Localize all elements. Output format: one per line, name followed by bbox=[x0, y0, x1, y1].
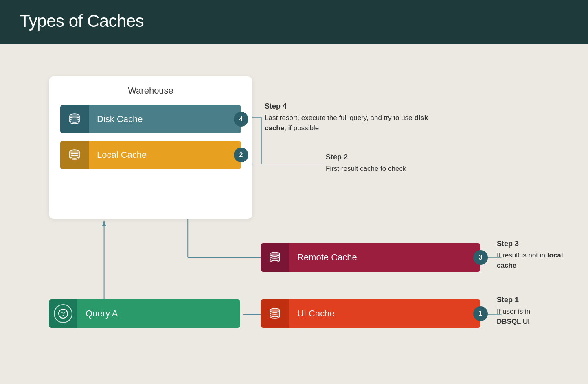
step2-title: Step 2 bbox=[326, 152, 406, 162]
remote-cache-icon bbox=[261, 243, 289, 272]
page-title: Types of Caches bbox=[20, 11, 568, 31]
ui-cache-number: 1 bbox=[473, 306, 488, 321]
step4-text: Last resort, execute the full query, and… bbox=[265, 114, 428, 132]
disk-cache-item: Disk Cache 4 bbox=[60, 105, 241, 133]
query-label: Query A bbox=[77, 308, 118, 319]
step3-desc: Step 3 If result is not in local cache bbox=[497, 238, 564, 271]
step1-desc: Step 1 If user is inDBSQL UI bbox=[497, 295, 530, 327]
ui-cache-label: UI Cache bbox=[289, 308, 335, 319]
query-box: ? Query A bbox=[49, 299, 240, 328]
local-cache-number: 2 bbox=[234, 148, 248, 162]
main-content: Warehouse Disk Cache 4 bbox=[0, 44, 588, 384]
ui-cache-main: UI Cache bbox=[289, 299, 480, 328]
svg-text:?: ? bbox=[61, 310, 65, 317]
step4-desc: Step 4 Last resort, execute the full que… bbox=[265, 101, 436, 133]
svg-marker-11 bbox=[102, 220, 106, 226]
remote-cache-label: Remote Cache bbox=[289, 252, 357, 263]
step2-desc: Step 2 First result cache to check bbox=[326, 152, 406, 174]
local-cache-label: Local Cache bbox=[89, 150, 241, 160]
remote-cache-main: Remote Cache bbox=[289, 243, 480, 272]
step3-title: Step 3 bbox=[497, 238, 564, 249]
step1-title: Step 1 bbox=[497, 295, 530, 305]
warehouse-box: Warehouse Disk Cache 4 bbox=[49, 76, 252, 219]
ui-cache-box: UI Cache 1 bbox=[261, 299, 480, 328]
diagram: Warehouse Disk Cache 4 bbox=[24, 64, 564, 373]
ui-cache-icon bbox=[261, 299, 289, 328]
query-main: Query A bbox=[77, 299, 240, 328]
warehouse-label: Warehouse bbox=[49, 76, 252, 96]
remote-cache-box: Remote Cache 3 bbox=[261, 243, 480, 272]
step4-title: Step 4 bbox=[265, 101, 436, 111]
disk-cache-label: Disk Cache bbox=[89, 114, 241, 124]
step2-text: First result cache to check bbox=[326, 165, 406, 172]
header: Types of Caches bbox=[0, 0, 588, 44]
step3-text: If result is not in local cache bbox=[497, 251, 563, 269]
remote-cache-number: 3 bbox=[473, 250, 488, 265]
query-icon: ? bbox=[49, 299, 77, 328]
step1-text: If user is inDBSQL UI bbox=[497, 308, 530, 325]
disk-cache-number: 4 bbox=[234, 112, 248, 127]
local-cache-item: Local Cache 2 bbox=[60, 141, 241, 169]
